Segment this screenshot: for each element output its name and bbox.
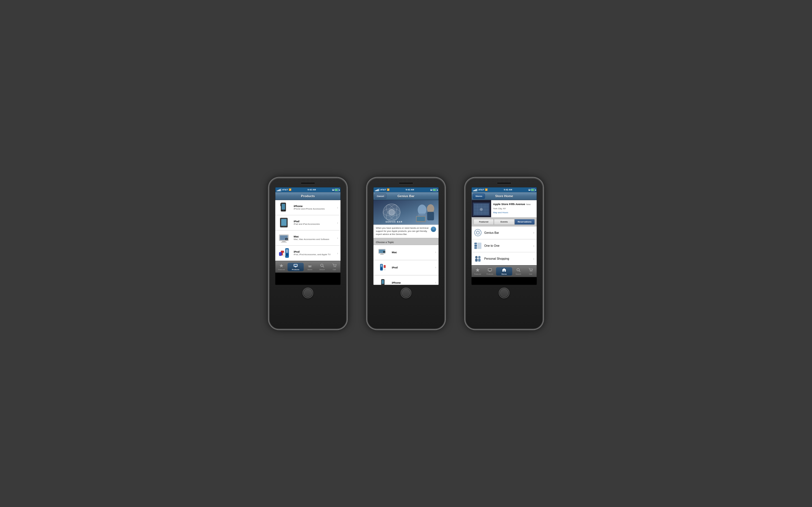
tab-cart-3[interactable]: Cart <box>524 267 537 276</box>
cancel-button[interactable]: Cancel <box>375 193 386 199</box>
svg-rect-55 <box>382 280 384 284</box>
tab-search-3[interactable]: Search <box>512 267 525 276</box>
svg-marker-91 <box>502 268 506 270</box>
bluetooth-2: ⬓ <box>430 189 432 191</box>
tab-cart-1[interactable]: Cart <box>328 263 341 271</box>
genius-bar-phone: AT&T 📶 9:42 AM ⬓ Cancel Genius Bar <box>367 177 445 329</box>
genius-bar-item[interactable]: Genius Bar › <box>471 226 537 239</box>
genius-desc-text: When you have questions or need hands-on… <box>376 226 429 236</box>
svg-rect-5 <box>281 219 287 226</box>
tab-featured-label-3: Featured <box>474 273 481 275</box>
svg-point-28 <box>334 266 335 267</box>
list-item-mac[interactable]: Mac Mac, Mac Accessories and Software › <box>275 230 340 245</box>
genius-bar-store-icon <box>474 229 482 237</box>
segment-events[interactable]: Events <box>494 219 514 225</box>
carrier-3: AT&T <box>478 188 484 191</box>
topic-mac[interactable]: Mac › <box>373 245 439 260</box>
svg-point-38 <box>389 209 395 215</box>
nav-title-2: Genius Bar <box>398 194 414 198</box>
featured-icon-3 <box>475 268 480 273</box>
one-to-one-item[interactable]: one to one One to One › <box>471 239 537 252</box>
svg-point-15 <box>285 253 288 256</box>
map-hours-link[interactable]: Map and Hours <box>493 211 535 214</box>
list-item-ipad[interactable]: iPad iPad and iPad Accessories › <box>275 215 340 230</box>
phone-bottom-3 <box>499 285 509 298</box>
phone-top-3 <box>468 181 540 187</box>
svg-point-93 <box>517 269 519 271</box>
one-to-one-store-icon: one to one <box>474 242 482 249</box>
status-bar-3: AT&T 📶 9:42 AM ⬓ <box>471 187 537 192</box>
genius-description: When you have questions or need hands-on… <box>373 224 439 238</box>
iphone-topic-chevron: › <box>435 281 436 284</box>
iphone-topic-icon <box>376 277 389 285</box>
svg-point-51 <box>380 268 382 270</box>
topic-ipod[interactable]: iPod › <box>373 260 439 275</box>
svg-rect-9 <box>282 241 285 242</box>
genius-arrow-button[interactable]: › <box>431 226 436 232</box>
stores-back-button[interactable]: Stores <box>473 193 485 199</box>
tab-stores-1[interactable]: Stores <box>304 263 316 271</box>
mac-topic-title: Mac <box>392 251 433 253</box>
speaker-2 <box>399 182 413 184</box>
nav-bar-1: Products <box>275 192 340 200</box>
store-home-phone: AT&T 📶 9:42 AM ⬓ Stores Store Home <box>465 177 543 329</box>
tab-search-label-3: Search <box>516 273 521 275</box>
one-to-one-title: One to One <box>485 244 531 247</box>
iphone-topic-title: iPhone <box>392 281 433 284</box>
status-bar-1: AT&T 📶 9:42 AM ⬓ <box>275 187 340 192</box>
svg-line-94 <box>519 270 520 272</box>
home-button-2[interactable] <box>401 288 411 298</box>
wifi-3: 📶 <box>485 188 488 191</box>
phones-wrapper: AT&T 📶 9:42 AM ⬓ Products <box>269 177 543 329</box>
bluetooth-3: ⬓ <box>528 189 530 191</box>
svg-point-26 <box>320 264 323 267</box>
segment-featured[interactable]: Featured <box>473 219 494 225</box>
nav-title-1: Products <box>301 194 315 198</box>
ipad-title: iPad <box>294 220 335 223</box>
wifi-2: 📶 <box>387 188 390 191</box>
tab-products-label-1: Products <box>292 269 299 270</box>
svg-rect-81 <box>477 243 481 249</box>
segment-reservations[interactable]: Reservations <box>514 219 535 225</box>
tab-search-1[interactable]: Search <box>316 263 328 271</box>
tab-products-1[interactable]: Products <box>288 263 304 271</box>
home-button-3[interactable] <box>499 288 509 298</box>
mac-title: Mac <box>294 235 335 238</box>
genius-bar-chevron: › <box>533 231 534 235</box>
phone-top-1 <box>272 181 344 187</box>
svg-rect-22 <box>295 267 296 267</box>
tab-featured-3[interactable]: Featured <box>471 267 484 276</box>
time-3: 9:42 AM <box>504 188 512 191</box>
svg-rect-88 <box>488 269 491 270</box>
personal-shopping-item[interactable]: Personal Shopping › <box>471 252 537 265</box>
ipad-chevron: › <box>337 221 338 224</box>
time-1: 9:42 AM <box>308 188 316 191</box>
tab-featured-1[interactable]: Featured <box>275 263 288 271</box>
tab-search-label-1: Search <box>319 269 325 270</box>
battery-2 <box>433 189 437 191</box>
list-item-ipod[interactable]: iPod iPod, iPod Accessories, and Apple T… <box>275 245 340 261</box>
one-to-one-chevron: › <box>533 244 534 247</box>
svg-point-6 <box>283 226 284 227</box>
ipod-chevron: › <box>337 251 338 255</box>
svg-point-96 <box>531 271 532 272</box>
tab-stores-3[interactable]: Stores <box>496 267 512 276</box>
home-button-1[interactable] <box>303 288 313 298</box>
svg-text:GENIUS BAR: GENIUS BAR <box>386 221 403 223</box>
topic-iphone[interactable]: iPhone › <box>373 275 439 285</box>
svg-point-72 <box>474 231 481 234</box>
list-item-iphone[interactable]: iPhone iPhone and iPhone Accessories › <box>275 200 340 215</box>
svg-rect-17 <box>279 252 282 256</box>
choose-topic-section: Choose a Topic <box>373 238 439 245</box>
store-image <box>471 200 491 217</box>
products-icon-1 <box>294 263 298 268</box>
products-list: iPhone iPhone and iPhone Accessories › <box>275 200 340 261</box>
signal-3 <box>473 188 478 191</box>
time-2: 9:42 AM <box>406 188 414 191</box>
svg-point-84 <box>478 256 481 259</box>
svg-rect-53 <box>384 269 386 270</box>
svg-point-2 <box>283 210 284 211</box>
nav-bar-3: Stores Store Home <box>471 192 537 200</box>
svg-line-27 <box>323 266 324 267</box>
tab-products-3[interactable]: Products <box>484 267 496 276</box>
